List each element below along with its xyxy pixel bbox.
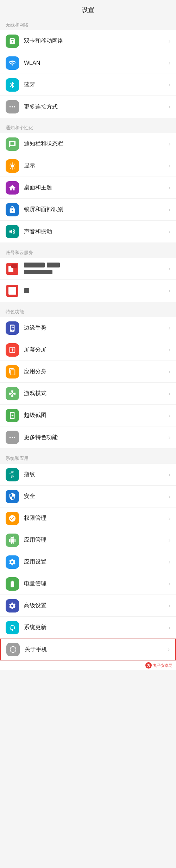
display-icon — [6, 159, 19, 173]
card-notification: 通知栏和状态栏 › 显示 › 桌面和主题 › 锁屏和面部识别 › 声音和振动 › — [0, 133, 176, 242]
sound-chevron: › — [169, 228, 170, 235]
account2-chevron: › — [169, 288, 170, 294]
watermark-bar: 丸 丸子安卓网 — [0, 660, 176, 670]
wlan-label: WLAN — [24, 60, 166, 66]
sidebar-item-screenshot[interactable]: 超级截图 › — [0, 405, 176, 426]
more-features-label: 更多特色功能 — [24, 434, 166, 441]
section-label-features: 特色功能 — [0, 305, 176, 317]
sidebar-item-more-features[interactable]: 更多特色功能 › — [0, 426, 176, 448]
advanced-icon — [6, 599, 19, 612]
fingerprint-chevron: › — [169, 472, 170, 478]
app-manage-icon — [6, 534, 19, 547]
sidebar-item-bluetooth[interactable]: 蓝牙 › — [0, 74, 176, 96]
sidebar-item-lockscreen[interactable]: 锁屏和面部识别 › — [0, 199, 176, 221]
more-connection-chevron: › — [169, 104, 170, 110]
fingerprint-icon — [6, 468, 19, 481]
sidebar-item-desktop[interactable]: 桌面和主题 › — [0, 177, 176, 199]
sidebar-item-more-connection[interactable]: 更多连接方式 › — [0, 96, 176, 118]
security-icon — [6, 490, 19, 503]
section-label-network: 无线和网络 — [0, 18, 176, 30]
permission-label: 权限管理 — [24, 515, 166, 522]
more-features-icon — [6, 431, 19, 444]
split-screen-icon — [6, 343, 19, 357]
spacer-4 — [0, 448, 176, 452]
battery-chevron: › — [169, 581, 170, 587]
sidebar-item-about[interactable]: 关于手机 › — [0, 639, 176, 660]
section-label-account: 账号和云服务 — [0, 246, 176, 258]
about-label: 关于手机 — [25, 646, 165, 653]
sidebar-item-wlan[interactable]: WLAN › — [0, 52, 176, 74]
sidebar-item-game-mode[interactable]: 游戏模式 › — [0, 383, 176, 405]
more-features-chevron: › — [169, 434, 170, 441]
sound-label: 声音和振动 — [24, 228, 166, 235]
account1-icon — [6, 262, 19, 276]
app-clone-icon — [6, 365, 19, 378]
app-settings-chevron: › — [169, 559, 170, 565]
split-screen-chevron: › — [169, 347, 170, 353]
about-chevron: › — [168, 646, 170, 653]
permission-icon — [6, 512, 19, 525]
lockscreen-icon — [6, 203, 19, 216]
advanced-chevron: › — [169, 603, 170, 609]
sidebar-item-edge-gesture[interactable]: 边缘手势 › — [0, 317, 176, 339]
app-clone-chevron: › — [169, 369, 170, 375]
section-label-notification: 通知和个性化 — [0, 121, 176, 133]
account2-icon — [6, 284, 19, 297]
svg-rect-7 — [8, 287, 16, 295]
svg-point-1 — [12, 106, 13, 107]
spacer-3 — [0, 302, 176, 305]
sim-label: 双卡和移动网络 — [24, 37, 166, 45]
desktop-icon — [6, 181, 19, 195]
permission-chevron: › — [169, 515, 170, 522]
sidebar-item-sound[interactable]: 声音和振动 › — [0, 221, 176, 242]
svg-rect-5 — [11, 264, 17, 268]
update-label: 系统更新 — [24, 624, 166, 631]
security-chevron: › — [169, 493, 170, 500]
wifi-icon — [6, 56, 19, 70]
section-label-system: 系统和应用 — [0, 452, 176, 464]
sidebar-item-sim[interactable]: 双卡和移动网络 › — [0, 30, 176, 52]
display-chevron: › — [169, 163, 170, 169]
sim-icon — [6, 35, 19, 48]
sidebar-item-advanced[interactable]: 高级设置 › — [0, 595, 176, 617]
app-settings-label: 应用设置 — [24, 558, 166, 566]
card-network: 双卡和移动网络 › WLAN › 蓝牙 › 更多连接方式 › — [0, 30, 176, 118]
sidebar-item-account2[interactable]: ■ › — [0, 280, 176, 302]
page-title: 设置 — [0, 0, 176, 18]
account1-chevron: › — [169, 266, 170, 272]
sidebar-item-notification-bar[interactable]: 通知栏和状态栏 › — [0, 133, 176, 155]
app-clone-label: 应用分身 — [24, 368, 166, 375]
sidebar-item-app-settings[interactable]: 应用设置 › — [0, 551, 176, 573]
sidebar-item-split-screen[interactable]: 屏幕分屏 › — [0, 339, 176, 361]
more-connection-label: 更多连接方式 — [24, 103, 166, 111]
sidebar-item-security[interactable]: 安全 › — [0, 486, 176, 507]
spacer-2 — [0, 242, 176, 246]
display-label: 显示 — [24, 162, 166, 170]
screenshot-label: 超级截图 — [24, 412, 166, 419]
sidebar-item-app-clone[interactable]: 应用分身 › — [0, 361, 176, 383]
lockscreen-label: 锁屏和面部识别 — [24, 206, 166, 213]
sidebar-item-display[interactable]: 显示 › — [0, 155, 176, 177]
sound-icon — [6, 225, 19, 238]
sidebar-item-update[interactable]: 系统更新 › — [0, 617, 176, 639]
advanced-label: 高级设置 — [24, 602, 166, 609]
desktop-chevron: › — [169, 185, 170, 191]
split-screen-label: 屏幕分屏 — [24, 346, 166, 353]
sidebar-item-permission[interactable]: 权限管理 › — [0, 507, 176, 529]
sidebar-item-fingerprint[interactable]: 指纹 › — [0, 464, 176, 486]
game-mode-label: 游戏模式 — [24, 390, 166, 397]
notification-bar-icon — [6, 137, 19, 151]
sidebar-item-account1[interactable]: ■■■■■■■ ■■■■ ■■■■■■■■■■■ › — [0, 258, 176, 280]
battery-label: 电量管理 — [24, 580, 166, 587]
edge-gesture-chevron: › — [169, 325, 170, 331]
watermark-inner: 丸 丸子安卓网 — [145, 662, 172, 669]
bluetooth-chevron: › — [169, 82, 170, 88]
screenshot-icon — [6, 409, 19, 422]
sidebar-item-battery[interactable]: 电量管理 › — [0, 573, 176, 595]
svg-point-2 — [14, 106, 15, 107]
sidebar-item-app-manage[interactable]: 应用管理 › — [0, 529, 176, 551]
sim-chevron: › — [169, 38, 170, 44]
spacer-1 — [0, 118, 176, 121]
svg-point-0 — [10, 106, 11, 107]
notification-bar-label: 通知栏和状态栏 — [24, 140, 166, 148]
